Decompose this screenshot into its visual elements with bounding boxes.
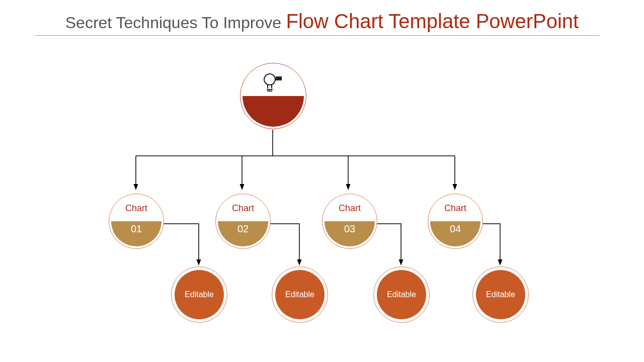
leaf-label: Editable <box>285 290 314 299</box>
chart-node-4: Chart 04 <box>428 194 483 249</box>
chart-number: 04 <box>428 223 482 235</box>
chart-node-3: Chart 03 <box>322 194 377 249</box>
slide: Secret Techniques To Improve Flow Chart … <box>0 0 644 362</box>
title-first: Secret Techniques To Improve <box>65 14 281 32</box>
leaf-inner: Editable <box>275 270 325 319</box>
chart-label: Chart <box>428 203 482 214</box>
lightbulb-icon <box>261 72 286 93</box>
leaf-node-1: Editable <box>171 266 227 323</box>
chart-node-1: Chart 01 <box>109 194 164 249</box>
chart-label: Chart <box>216 203 270 214</box>
chart-node-2: Chart 02 <box>215 194 271 249</box>
leaf-inner: Editable <box>476 270 525 319</box>
leaf-node-2: Editable <box>272 266 328 323</box>
slide-title: Secret Techniques To Improve Flow Chart … <box>0 10 644 33</box>
leaf-node-3: Editable <box>373 266 430 323</box>
leaf-label: Editable <box>486 290 515 299</box>
leaf-inner: Editable <box>175 270 224 319</box>
root-node <box>240 63 306 129</box>
title-underline <box>35 35 600 36</box>
title-second: Flow Chart Template PowerPoint <box>286 10 579 32</box>
chart-number: 01 <box>109 223 164 235</box>
chart-number: 02 <box>216 223 270 235</box>
root-half-fill <box>243 96 304 127</box>
leaf-inner: Editable <box>377 270 426 319</box>
svg-point-6 <box>264 74 275 85</box>
leaf-label: Editable <box>185 290 214 299</box>
chart-number: 03 <box>323 223 377 235</box>
chart-label: Chart <box>109 203 164 214</box>
leaf-label: Editable <box>387 290 416 299</box>
leaf-node-4: Editable <box>472 266 529 323</box>
chart-label: Chart <box>323 203 377 214</box>
